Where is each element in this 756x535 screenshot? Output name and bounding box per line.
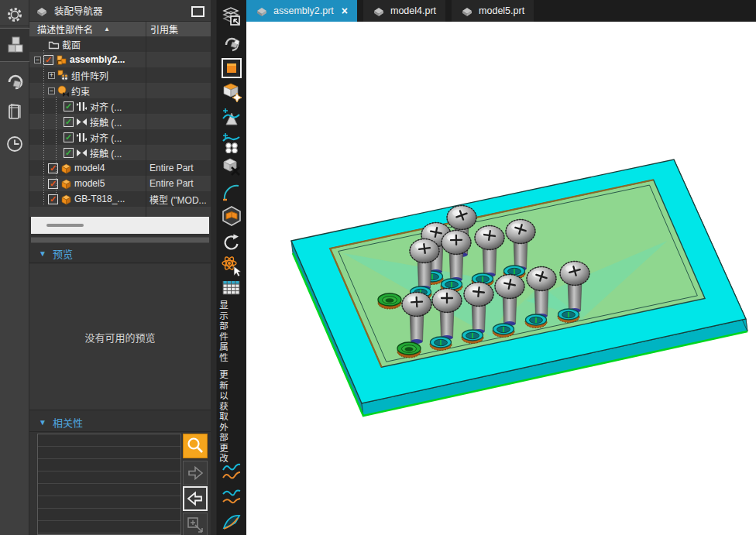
tree-row-对齐[interactable]: ✓对齐 (... — [29, 98, 211, 114]
tree-row-gb-t818_[interactable]: ✓GB-T818_...模型 ("MOD... — [29, 191, 211, 207]
tab-label: assembly2.prt — [273, 5, 334, 16]
toolbar-move-component-atom-button[interactable] — [221, 255, 242, 277]
toolbar-layers-edit-button[interactable] — [221, 5, 242, 27]
visibility-checkbox[interactable]: ✓ — [43, 55, 53, 65]
toolbar-show-part-properties-button[interactable]: 显示部件属性 — [217, 300, 246, 363]
toolbar-delete-cube-button[interactable] — [221, 156, 242, 177]
counterbore-hole — [558, 309, 579, 323]
node-label: 对齐 (... — [90, 131, 122, 144]
data-grid-icon — [221, 277, 242, 299]
dock-item-settings-gear[interactable] — [0, 3, 29, 26]
visibility-checkbox[interactable]: ✓ — [64, 148, 74, 158]
tree-row-截面[interactable]: 截面 — [29, 36, 211, 52]
history-book-icon — [5, 102, 25, 122]
visibility-checkbox[interactable]: ✓ — [64, 101, 74, 111]
dependency-row — [38, 459, 180, 472]
toolbar-spline-pair-1-button[interactable] — [221, 461, 242, 483]
counterbore-hole — [462, 330, 483, 344]
expander-minus-icon[interactable]: − — [34, 57, 41, 63]
spline-pair-2-icon — [221, 486, 242, 508]
vertical-toolbar: 显示部件属性更新以获取外部更改 — [217, 0, 246, 535]
spline-pair-1-icon — [221, 461, 242, 483]
toolbar-swept-surface-button[interactable] — [221, 511, 242, 533]
toolbar-data-grid-button[interactable] — [221, 277, 242, 299]
tab-close-icon[interactable]: × — [342, 5, 348, 17]
tab-assembly2-prt[interactable]: assembly2.prt× — [246, 0, 357, 22]
dependencies-search-button[interactable] — [183, 434, 208, 458]
assembly-tree: 截面−✓assembly2...+组件阵列−约束✓对齐 (...✓接触 (...… — [29, 36, 211, 217]
graphics-viewport[interactable] — [246, 22, 756, 535]
tree-row-约束[interactable]: −约束 — [29, 83, 211, 98]
visibility-checkbox[interactable]: ✓ — [48, 179, 58, 189]
toolbar-update-external-changes-button[interactable]: 更新以获取外部更改 — [217, 370, 246, 465]
nx-application-window: { "window": { "title": "装配导航器" }, "sideb… — [0, 0, 756, 535]
expander-plus-icon[interactable]: + — [48, 72, 55, 79]
node-label: 接触 (... — [90, 146, 122, 159]
tree-empty-row — [29, 207, 211, 217]
scrollbar-thumb[interactable] — [46, 224, 84, 227]
dock-item-assembly-navigator[interactable] — [0, 28, 29, 62]
tree-column-header: 描述性部件名 ▲ 引用集 — [29, 22, 211, 36]
toolbar-pattern-circles-button[interactable] — [221, 132, 242, 153]
refresh-icon — [221, 232, 242, 254]
part-icon — [461, 5, 473, 17]
toolbar-cone-curve-button[interactable] — [221, 107, 242, 129]
tab-model4-prt[interactable]: model4.prt — [363, 0, 445, 22]
dock-item-history-book[interactable] — [0, 96, 29, 129]
panel-splitter[interactable] — [31, 237, 209, 243]
counterbore-hole — [493, 324, 514, 338]
dock-item-constraint-navigator[interactable] — [0, 63, 29, 96]
dependency-row — [38, 521, 180, 533]
dependencies-list[interactable] — [37, 434, 181, 535]
tree-row-接触[interactable]: ✓接触 (... — [29, 114, 211, 129]
tree-row-model4[interactable]: ✓model4Entire Part — [29, 160, 211, 176]
visibility-checkbox[interactable]: ✓ — [48, 163, 58, 173]
counterbore-hole — [430, 337, 452, 351]
toolbar-new-component-cube-button[interactable] — [221, 81, 242, 103]
dependencies-back-arrow-button[interactable] — [183, 486, 208, 511]
delete-cube-icon — [221, 156, 242, 177]
toolbar-workpart-hex-book-button[interactable] — [221, 205, 242, 227]
tree-row-组件阵列[interactable]: +组件阵列 — [29, 67, 211, 83]
folder-icon — [48, 39, 60, 50]
column-reference-set[interactable]: 引用集 — [146, 22, 211, 36]
green-hole — [397, 342, 421, 358]
tree-row-对齐[interactable]: ✓对齐 (... — [29, 129, 211, 145]
node-label: model5 — [74, 178, 105, 189]
dependencies-zoom-region-button — [183, 513, 208, 535]
dock-item-history-clock[interactable] — [0, 129, 29, 159]
panel-float-button[interactable] — [191, 6, 204, 17]
part-icon — [60, 178, 72, 190]
tree-row-接触[interactable]: ✓接触 (... — [29, 145, 211, 160]
workpart-hex-book-icon — [221, 205, 242, 227]
assembly-icon — [56, 54, 67, 66]
align-icon — [76, 132, 88, 143]
tree-horizontal-scrollbar[interactable] — [31, 217, 209, 234]
tab-model5-prt[interactable]: model5.prt — [452, 0, 534, 22]
layers-edit-icon — [221, 5, 242, 27]
tab-label: model5.prt — [479, 5, 524, 16]
align-icon — [76, 101, 88, 112]
part-icon — [60, 194, 72, 205]
toolbar-arc-fillet-button[interactable] — [221, 182, 242, 204]
visibility-checkbox[interactable]: ✓ — [48, 194, 58, 204]
tree-row-model5[interactable]: ✓model5Entire Part — [29, 176, 211, 191]
node-label: model4 — [74, 163, 105, 173]
node-label: 对齐 (... — [90, 100, 122, 113]
panel-title: 装配导航器 — [54, 3, 103, 18]
assembly-3d-view — [246, 22, 756, 535]
dependencies-section-header[interactable]: ▼ 相关性 — [29, 413, 211, 432]
preview-section-header[interactable]: ▼ 预览 — [29, 245, 211, 263]
tree-connector-line — [56, 97, 57, 196]
toolbar-spline-pair-2-button[interactable] — [221, 486, 242, 508]
toolbar-color-swatch-button[interactable] — [221, 57, 242, 79]
toolbar-refresh-button[interactable] — [221, 232, 242, 254]
panel-edge-gap — [211, 0, 217, 535]
visibility-checkbox[interactable]: ✓ — [64, 132, 74, 142]
expander-minus-icon[interactable]: − — [48, 87, 55, 94]
visibility-checkbox[interactable]: ✓ — [64, 117, 74, 127]
column-descriptive-part-name[interactable]: 描述性部件名 ▲ — [29, 22, 146, 36]
toolbar-clamp-load-button[interactable] — [221, 32, 242, 53]
tree-row-assembly2[interactable]: −✓assembly2... — [29, 52, 211, 67]
left-dock-bar — [0, 0, 29, 535]
